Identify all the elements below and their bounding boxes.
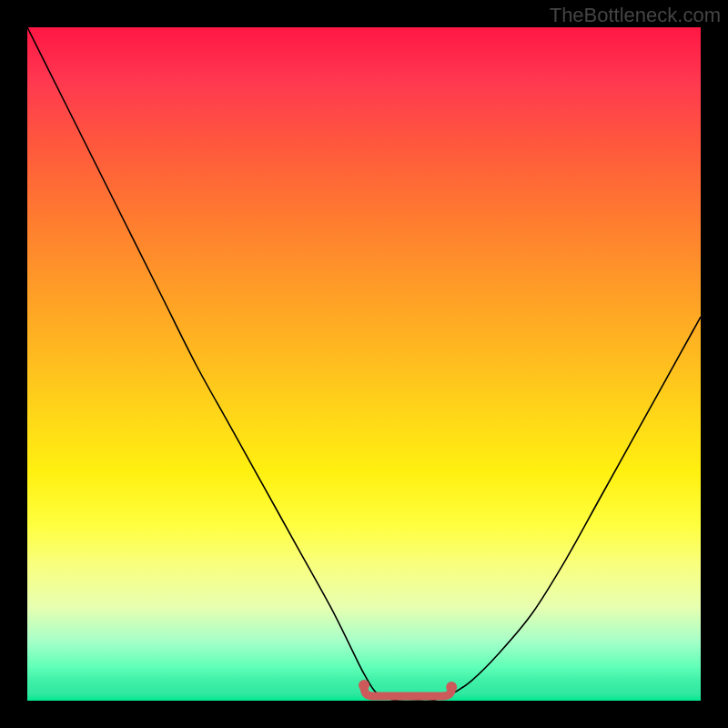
trough-dot-right xyxy=(446,682,457,693)
plot-area xyxy=(27,27,701,701)
chart-container: TheBottleneck.com xyxy=(0,0,728,728)
trough-dot-left xyxy=(359,680,369,691)
curve-layer xyxy=(27,27,701,701)
trough-marker xyxy=(364,687,451,696)
bottleneck-curve xyxy=(27,27,701,701)
watermark-text: TheBottleneck.com xyxy=(550,4,721,27)
